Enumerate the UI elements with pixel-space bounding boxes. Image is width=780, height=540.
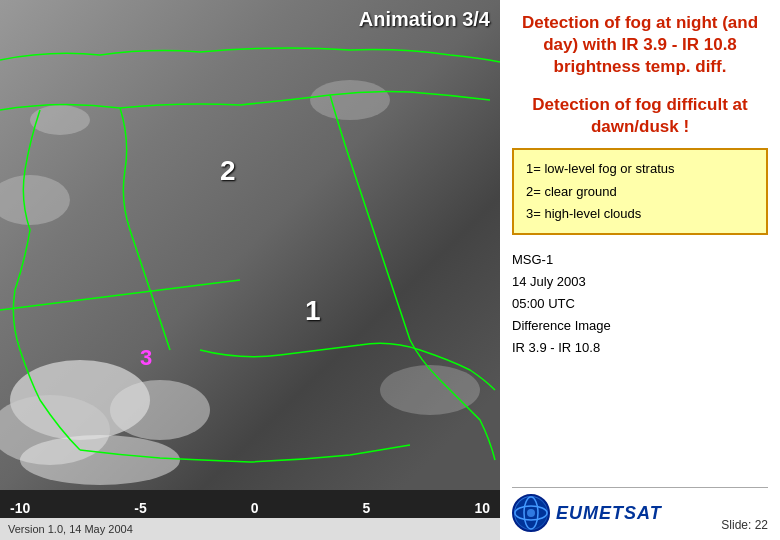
scale-label-minus5: -5 (134, 500, 146, 516)
slide-info: Slide: 22 (721, 518, 768, 532)
right-panel: Detection of fog at night (and day) with… (500, 0, 780, 540)
legend-item-1: 1= low-level fog or stratus (526, 158, 754, 180)
metadata-box: MSG-1 14 July 2003 05:00 UTC Difference … (512, 249, 768, 359)
bottom-row: EUMETSAT Slide: 22 (512, 487, 768, 532)
scale-labels: -10 -5 0 5 10 (10, 498, 490, 518)
metadata-line1: MSG-1 (512, 249, 768, 271)
svg-point-5 (310, 80, 390, 120)
metadata-line5: IR 3.9 - IR 10.8 (512, 337, 768, 359)
number-1-label: 1 (305, 295, 321, 327)
satellite-image: Animation 3/4 2 1 3 (0, 0, 500, 490)
svg-point-8 (380, 365, 480, 415)
map-overlay (0, 0, 500, 490)
svg-point-3 (110, 380, 210, 440)
eumetsat-icon (512, 494, 550, 532)
fog-difficult-title: Detection of fog difficult at dawn/dusk … (512, 94, 768, 138)
animation-label: Animation 3/4 (359, 8, 490, 31)
metadata-line2: 14 July 2003 (512, 271, 768, 293)
scale-label-minus10: -10 (10, 500, 30, 516)
scale-label-10: 10 (474, 500, 490, 516)
version-text: Version 1.0, 14 May 2004 (8, 523, 133, 535)
number-2-label: 2 (220, 155, 236, 187)
legend-item-3: 3= high-level clouds (526, 203, 754, 225)
eumetsat-logo: EUMETSAT (512, 494, 662, 532)
eumetsat-text: EUMETSAT (556, 503, 662, 524)
legend-item-2: 2= clear ground (526, 181, 754, 203)
metadata-line3: 05:00 UTC (512, 293, 768, 315)
left-panel: Animation 3/4 2 1 3 -10 -5 0 5 10 Versio… (0, 0, 500, 540)
legend-box: 1= low-level fog or stratus 2= clear gro… (512, 148, 768, 234)
version-bar: Version 1.0, 14 May 2004 (0, 518, 500, 540)
svg-point-6 (30, 105, 90, 135)
fog-night-title: Detection of fog at night (and day) with… (512, 12, 768, 78)
svg-point-12 (527, 509, 535, 517)
scale-label-0: 0 (251, 500, 259, 516)
number-3-label: 3 (140, 345, 152, 371)
scale-label-5: 5 (363, 500, 371, 516)
metadata-line4: Difference Image (512, 315, 768, 337)
svg-point-4 (20, 435, 180, 485)
